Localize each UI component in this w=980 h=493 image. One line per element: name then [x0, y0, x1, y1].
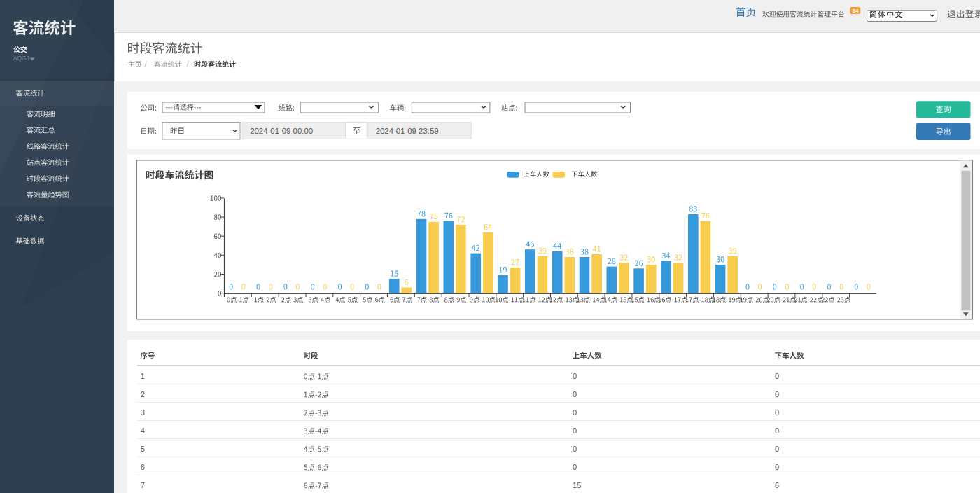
svg-text:0: 0: [573, 390, 577, 398]
svg-text:0: 0: [573, 426, 577, 435]
svg-text:/: /: [145, 60, 147, 68]
svg-text:1: 1: [141, 372, 145, 380]
svg-text:2: 2: [141, 390, 145, 398]
svg-text:2024-01-09 23:59: 2024-01-09 23:59: [376, 127, 439, 135]
svg-text:0: 0: [573, 445, 577, 453]
svg-text:6: 6: [141, 463, 145, 471]
svg-text:5: 5: [141, 445, 145, 453]
svg-text:34: 34: [852, 8, 858, 14]
svg-text:0: 0: [775, 372, 779, 380]
svg-text:0: 0: [573, 408, 577, 417]
svg-text:3: 3: [141, 408, 145, 417]
svg-text:7: 7: [141, 481, 145, 489]
svg-text:15: 15: [573, 481, 581, 489]
svg-text:4: 4: [141, 426, 145, 435]
svg-text:0: 0: [775, 445, 779, 453]
svg-text:0: 0: [775, 426, 779, 435]
svg-text:0: 0: [775, 463, 779, 471]
svg-text:AQGJ: AQGJ: [13, 55, 29, 62]
svg-text:0: 0: [573, 372, 577, 380]
svg-text:2024-01-09 00:00: 2024-01-09 00:00: [250, 127, 313, 135]
svg-text:6: 6: [775, 481, 779, 489]
svg-text:/: /: [187, 60, 189, 68]
svg-text:0: 0: [573, 463, 577, 471]
svg-text:0: 0: [775, 408, 779, 417]
svg-text:0: 0: [775, 390, 779, 398]
